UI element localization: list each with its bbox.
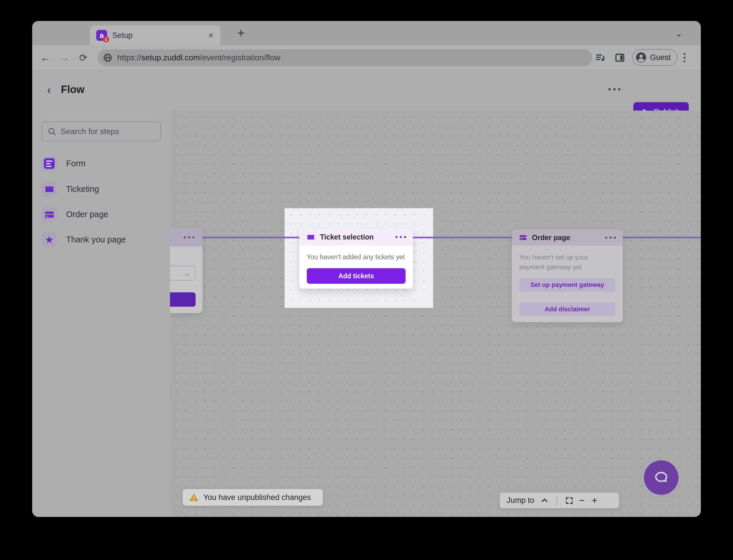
ticket-node-empty-text: You haven't added any tickets yet [307, 253, 405, 261]
jump-to-button[interactable]: Jump to [507, 496, 534, 505]
order-node-more-button[interactable] [605, 237, 616, 239]
tab-strip: a 1 Setup × + ⌄ [32, 21, 701, 45]
browser-toolbar: ← → ⟳ https://setup.zuddl.com/event/regi… [32, 45, 701, 70]
add-disclaimer-button[interactable]: Add disclaimer [519, 302, 615, 316]
jump-to-chevron-up-icon[interactable] [538, 494, 551, 507]
order-node-title: Order page [532, 233, 570, 242]
app-header: ‹ Flow Publish [32, 70, 701, 111]
fit-view-button[interactable] [563, 494, 576, 507]
new-tab-button[interactable]: + [232, 24, 250, 43]
search-input[interactable] [61, 127, 155, 136]
star-icon: ★ [42, 232, 57, 247]
main-content: Form Ticketing Order p [32, 111, 701, 517]
credit-card-icon [42, 207, 57, 222]
ticket-node-title: Ticket selection [320, 233, 374, 241]
ticket-node-header: Ticket selection [299, 229, 413, 246]
header-more-button[interactable] [608, 88, 620, 90]
form-node[interactable]: ⌄ [170, 228, 202, 313]
sidebar-item-form[interactable]: Form [42, 156, 86, 171]
controls-divider [557, 496, 557, 505]
profile-label: Guest [650, 53, 671, 62]
order-node-header: Order page [512, 229, 623, 246]
notification-badge: 1 [103, 36, 109, 43]
chat-support-button[interactable] [644, 460, 678, 495]
sidebar-item-ticketing[interactable]: Ticketing [42, 181, 99, 197]
form-icon [42, 156, 57, 171]
form-node-primary-button[interactable] [170, 292, 196, 307]
form-node-dropdown[interactable]: ⌄ [170, 266, 195, 281]
setup-payment-gateway-button[interactable]: Set up payment gateway [519, 278, 615, 292]
zoom-in-button[interactable]: + [588, 494, 601, 507]
credit-card-icon [519, 233, 527, 242]
page-title: Flow [61, 84, 84, 96]
tab-search-chevron-icon[interactable]: ⌄ [675, 28, 682, 38]
ticket-icon [42, 181, 57, 197]
order-node-empty-text: You haven't set up your payment gateway … [519, 252, 614, 272]
steps-sidebar: Form Ticketing Order p [32, 111, 170, 517]
add-tickets-button[interactable]: Add tickets [307, 268, 406, 284]
avatar-icon [635, 51, 647, 63]
forward-button[interactable]: → [56, 45, 72, 70]
sidebar-item-thank-you-page[interactable]: ★ Thank you page [42, 232, 126, 247]
flow-canvas[interactable]: ⌄ Ticket selection You haven't added any… [170, 111, 701, 517]
url-text: https://setup.zuddl.com/event/registrati… [117, 53, 280, 62]
search-icon [47, 127, 57, 136]
ticket-icon [306, 233, 315, 242]
media-controls-button[interactable] [595, 45, 606, 70]
side-panel-button[interactable] [615, 45, 625, 70]
back-chevron-icon[interactable]: ‹ [47, 84, 51, 96]
order-page-node[interactable]: Order page You haven't set up your payme… [512, 229, 623, 322]
browser-window: a 1 Setup × + ⌄ ← → ⟳ https://setup.zudd… [32, 21, 701, 517]
sidebar-item-order-page[interactable]: Order page [42, 207, 108, 222]
browser-tab-setup[interactable]: a 1 Setup × [90, 26, 220, 45]
tab-title: Setup [112, 31, 133, 40]
ticket-selection-node[interactable]: Ticket selection You haven't added any t… [299, 229, 413, 289]
warning-icon [189, 493, 199, 502]
search-steps-box[interactable] [42, 121, 161, 141]
reload-button[interactable]: ⟳ [75, 45, 91, 70]
browser-menu-button[interactable] [684, 45, 685, 70]
address-bar[interactable]: https://setup.zuddl.com/event/registrati… [98, 49, 592, 66]
unpublished-changes-toast: You have unpublished changes [183, 489, 323, 506]
zuddl-favicon-icon: a 1 [96, 30, 107, 41]
zoom-out-button[interactable]: − [576, 494, 588, 507]
ticket-node-more-button[interactable] [396, 236, 406, 238]
globe-icon [103, 53, 113, 63]
canvas-controls: Jump to − + [500, 493, 619, 508]
profile-button[interactable]: Guest [632, 49, 678, 66]
form-node-header [170, 228, 202, 246]
form-node-more-button[interactable] [184, 236, 194, 238]
toast-text: You have unpublished changes [203, 493, 311, 502]
chat-bubble-icon [653, 470, 669, 486]
chevron-down-icon: ⌄ [182, 269, 192, 278]
tab-close-icon[interactable]: × [208, 31, 213, 40]
back-button[interactable]: ← [37, 45, 53, 70]
